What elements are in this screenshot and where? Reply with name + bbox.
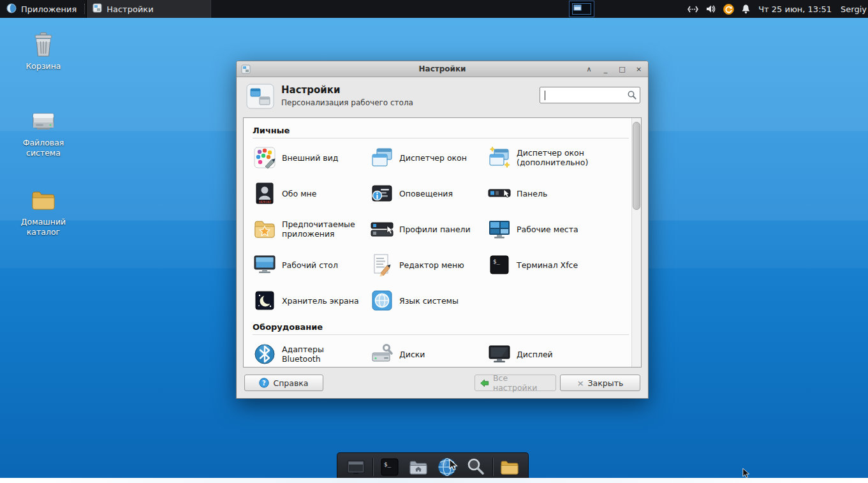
settings-item-label: Рабочие места — [517, 225, 578, 234]
terminal-prompt-text: $_ — [493, 258, 500, 265]
vertical-scrollbar[interactable] — [631, 118, 641, 367]
settings-item-label: Дисплей — [517, 350, 553, 359]
settings-item-disks[interactable]: Диски — [370, 336, 487, 367]
scrollbar-thumb[interactable] — [633, 122, 640, 210]
settings-item-display[interactable]: Дисплей — [487, 336, 629, 367]
settings-window-icon — [92, 3, 102, 15]
workspace-switcher[interactable] — [569, 1, 594, 17]
mouse-cursor-secondary — [742, 468, 751, 481]
desktop-icon-home[interactable]: Домашний каталог — [13, 186, 74, 237]
window-titlebar[interactable]: Настройки ∧ _ □ × — [237, 61, 648, 77]
appearance-icon — [253, 145, 277, 170]
settings-item-label: Обо мне — [282, 189, 316, 198]
applications-menu-button[interactable]: Приложения — [0, 0, 83, 18]
dock-terminal-prompt: $_ — [384, 461, 391, 468]
minimize-button[interactable]: _ — [601, 65, 610, 73]
settings-item-label: Адаптеры Bluetooth — [282, 345, 332, 364]
settings-item-label: Хранитель экрана — [282, 296, 359, 306]
bell-tray-icon[interactable] — [741, 4, 751, 14]
settings-item-window-manager-tweaks[interactable]: Диспетчер окон (дополнительно) — [487, 140, 629, 175]
settings-item-label: Предпочитаемые приложения — [282, 219, 366, 239]
panel-clock[interactable]: Чт 25 июн, 13:51 — [758, 4, 832, 14]
top-panel: Приложения Настройки Чт 25 и — [0, 0, 868, 18]
settings-item-window-manager[interactable]: Диспетчер окон — [370, 140, 487, 175]
settings-item-label: Рабочий стол — [282, 260, 338, 270]
volume-tray-icon[interactable] — [705, 4, 716, 13]
settings-item-preferred-applications[interactable]: Предпочитаемые приложения — [253, 211, 370, 247]
mouse-cursor — [449, 459, 459, 473]
settings-item-screensaver[interactable]: Хранитель экрана — [253, 283, 370, 318]
dock-separator — [492, 458, 493, 476]
section-title-hardware: Оборудование — [253, 320, 629, 335]
panel-profiles-icon — [370, 217, 394, 241]
desktop-icon-label: Файловая система — [23, 138, 64, 158]
bluetooth-icon — [253, 342, 277, 366]
settings-item-label: Оповещения — [399, 189, 453, 198]
settings-item-workspaces[interactable]: Рабочие места — [487, 211, 629, 247]
all-settings-button[interactable]: Все настройки — [474, 375, 556, 391]
desktop-icon-trash[interactable]: Корзина — [13, 31, 74, 71]
file-manager-icon[interactable] — [497, 455, 522, 479]
settings-item-bluetooth[interactable]: Адаптеры Bluetooth — [253, 336, 370, 367]
workspaces-icon — [487, 217, 511, 241]
trash-icon — [29, 31, 57, 59]
help-button-label: Справка — [273, 378, 308, 388]
settings-item-label: Диспетчер окон (дополнительно) — [517, 148, 625, 167]
maximize-button[interactable]: □ — [618, 65, 626, 73]
settings-item-label: Редактор меню — [399, 260, 464, 270]
bottom-edge-strip — [0, 478, 868, 483]
search-input[interactable] — [540, 87, 640, 103]
language-icon — [370, 288, 394, 313]
disks-icon — [370, 342, 394, 366]
settings-item-panel-profiles[interactable]: Профили панели — [370, 211, 487, 247]
desktop-icon-label: Домашний каталог — [21, 217, 66, 237]
settings-item-label: Диски — [399, 350, 425, 359]
settings-window: Настройки ∧ _ □ × Настройки Персонализац… — [236, 61, 649, 399]
settings-item-list: Личные Внешний вид Диспетчер окон Диспет… — [243, 117, 642, 368]
system-tray — [688, 4, 751, 15]
show-desktop-icon[interactable] — [344, 455, 368, 479]
terminal-launcher-icon[interactable]: $_ — [378, 455, 402, 479]
about-me-icon: 1829102 — [253, 181, 277, 205]
bottom-dock: $_ — [337, 452, 529, 480]
shade-button[interactable]: ∧ — [585, 65, 593, 73]
terminal-icon: $_ — [487, 253, 511, 277]
search-icon — [627, 90, 637, 103]
text-caret — [545, 91, 545, 100]
applications-icon — [6, 3, 17, 15]
notifications-icon — [370, 181, 394, 205]
settings-item-notifications[interactable]: Оповещения — [370, 175, 487, 211]
workspace-preview-icon — [572, 3, 591, 15]
settings-item-language[interactable]: Язык системы — [370, 283, 487, 318]
help-button[interactable]: ? Справка — [244, 375, 323, 391]
settings-item-appearance[interactable]: Внешний вид — [253, 140, 370, 175]
section-title-personal: Личные — [253, 123, 629, 138]
home-folder-icon[interactable] — [406, 455, 430, 479]
close-button[interactable]: × — [635, 65, 643, 73]
search-box — [540, 87, 640, 103]
preferred-applications-icon — [253, 217, 277, 241]
close-button-label: Закрыть — [588, 378, 624, 388]
dock-separator — [372, 458, 373, 476]
page-subtitle: Персонализация рабочего стола — [281, 98, 413, 107]
application-finder-icon[interactable] — [464, 455, 488, 479]
settings-item-menu-editor[interactable]: Редактор меню — [370, 247, 487, 283]
taskbar-window-label: Настройки — [107, 4, 153, 14]
panel-icon — [487, 181, 511, 205]
updates-tray-icon[interactable] — [723, 4, 734, 15]
taskbar-window-button[interactable]: Настройки — [86, 0, 211, 18]
settings-item-label: Язык системы — [399, 296, 459, 306]
screensaver-icon — [253, 288, 277, 313]
session-user-label[interactable]: Sergiy — [841, 4, 867, 14]
settings-item-panel[interactable]: Панель — [487, 175, 629, 211]
settings-item-desktop[interactable]: Рабочий стол — [253, 247, 370, 283]
settings-item-about-me[interactable]: 1829102 Обо мне — [253, 175, 370, 211]
close-window-button[interactable]: × Закрыть — [560, 375, 640, 391]
desktop-icon-filesystem[interactable]: Файловая система — [13, 107, 74, 158]
window-manager-tweaks-icon — [487, 145, 511, 170]
settings-item-terminal[interactable]: $_ Терминал Xfce — [487, 247, 629, 283]
settings-item-label: Внешний вид — [282, 153, 338, 163]
network-tray-icon[interactable] — [688, 5, 698, 13]
settings-item-label: Панель — [517, 189, 547, 198]
all-settings-button-label: Все настройки — [493, 373, 550, 392]
